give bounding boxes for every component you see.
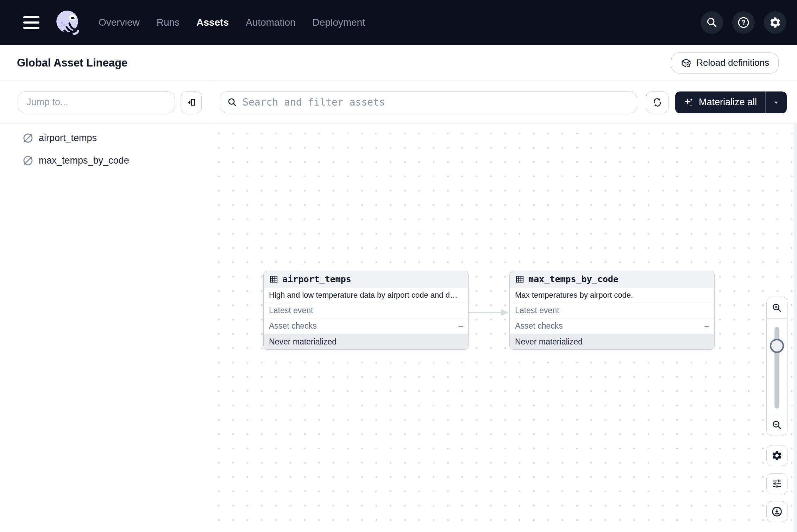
svg-text:?: ?	[741, 19, 746, 26]
asset-node-description: Max temperatures by airport code.	[510, 287, 714, 303]
table-icon	[515, 274, 525, 284]
filter-sliders-icon	[771, 478, 783, 489]
zoom-out-button[interactable]	[767, 414, 787, 436]
latest-event-row: Latest event	[264, 303, 468, 318]
gear-icon	[771, 450, 783, 461]
asset-node-title: airport_temps	[282, 274, 351, 284]
download-icon	[771, 506, 783, 517]
materialization-status: Never materialized	[510, 334, 714, 349]
asset-checks-row: Asset checks –	[264, 318, 468, 334]
dagster-logo[interactable]	[54, 8, 82, 37]
zoom-control-panel	[766, 297, 787, 436]
zoom-slider-handle[interactable]	[770, 339, 784, 353]
materialize-options-button[interactable]	[766, 91, 787, 113]
search-button[interactable]	[701, 11, 723, 34]
asset-node-description: High and low temperature data by airport…	[264, 287, 468, 303]
asset-list-item-label: airport_temps	[39, 133, 97, 144]
asset-node-airport-temps[interactable]: airport_temps High and low temperature d…	[263, 271, 469, 350]
settings-button[interactable]	[764, 11, 786, 34]
nav-deployment[interactable]: Deployment	[313, 17, 365, 28]
nav-assets[interactable]: Assets	[196, 17, 229, 28]
asset-list-item-label: max_temps_by_code	[39, 155, 129, 166]
help-icon: ?	[737, 16, 750, 29]
materialize-all-split-button: Materialize all	[675, 91, 787, 113]
asset-checks-row: Asset checks –	[510, 318, 714, 334]
zoom-in-icon	[772, 303, 782, 313]
zoom-in-button[interactable]	[767, 297, 787, 319]
graph-toolbar: Materialize all	[211, 81, 797, 124]
asset-checks-value: –	[704, 321, 709, 331]
nav-overview[interactable]: Overview	[99, 17, 140, 28]
asset-node-title: max_temps_by_code	[528, 274, 619, 284]
help-button[interactable]: ?	[732, 11, 755, 34]
search-icon	[706, 17, 718, 28]
reload-definitions-label: Reload definitions	[696, 57, 769, 68]
asset-checks-value: –	[458, 321, 463, 331]
chevron-down-icon	[772, 99, 780, 106]
asset-checks-label: Asset checks	[515, 321, 563, 331]
reload-definitions-button[interactable]: Reload definitions	[671, 52, 779, 74]
asset-sidebar: airport_temps max_temps_by_code	[0, 81, 211, 532]
jump-to-input[interactable]	[18, 91, 175, 113]
asset-search-field[interactable]	[220, 91, 637, 113]
latest-event-row: Latest event	[510, 303, 714, 318]
asset-checks-label: Asset checks	[269, 321, 317, 331]
nav-automation[interactable]: Automation	[246, 17, 296, 28]
menu-icon[interactable]	[23, 16, 39, 29]
asset-list-item-max-temps-by-code[interactable]: max_temps_by_code	[0, 149, 211, 172]
graph-settings-button[interactable]	[766, 445, 787, 466]
top-navigation-bar: Overview Runs Assets Automation Deployme…	[0, 0, 797, 45]
table-icon	[269, 274, 278, 284]
download-graph-button[interactable]	[766, 501, 787, 522]
sparkle-icon	[684, 97, 694, 108]
page-header: Global Asset Lineage Reload definitions	[0, 45, 797, 81]
primary-nav: Overview Runs Assets Automation Deployme…	[99, 17, 365, 28]
graph-filters-button[interactable]	[766, 473, 787, 494]
refresh-icon	[652, 97, 663, 108]
latest-event-label: Latest event	[269, 306, 313, 315]
refresh-button[interactable]	[646, 91, 669, 113]
page-title: Global Asset Lineage	[17, 57, 127, 69]
never-materialized-icon	[23, 133, 33, 144]
materialization-status: Never materialized	[264, 334, 468, 349]
latest-event-label: Latest event	[515, 306, 559, 315]
lineage-graph-pane: Materialize all	[211, 81, 797, 532]
reload-cube-icon	[680, 57, 692, 69]
asset-node-max-temps-by-code[interactable]: max_temps_by_code Max temperatures by ai…	[509, 271, 715, 350]
collapse-sidebar-button[interactable]	[181, 91, 202, 113]
never-materialized-icon	[23, 155, 33, 166]
asset-list-item-airport-temps[interactable]: airport_temps	[0, 127, 211, 149]
nav-runs[interactable]: Runs	[157, 17, 180, 28]
search-icon	[227, 97, 238, 108]
zoom-out-icon	[772, 420, 782, 430]
lineage-edge-arrow	[466, 309, 512, 316]
materialize-all-label: Materialize all	[699, 97, 757, 108]
lineage-canvas[interactable]: airport_temps High and low temperature d…	[211, 124, 797, 532]
vertical-scrollbar[interactable]	[794, 124, 797, 532]
materialize-all-button[interactable]: Materialize all	[675, 91, 765, 113]
gear-icon	[769, 16, 782, 29]
asset-list: airport_temps max_temps_by_code	[0, 124, 211, 172]
asset-search-input[interactable]	[243, 96, 630, 108]
collapse-panel-icon	[186, 97, 196, 108]
